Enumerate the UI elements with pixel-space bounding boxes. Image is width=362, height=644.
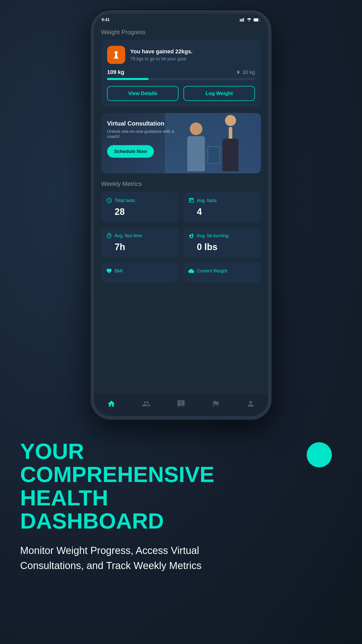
- clipboard: [207, 146, 220, 164]
- metric-current-weight: Current Weight: [183, 262, 261, 283]
- clock-icon: [106, 197, 112, 204]
- total-fasts-label: Total fasts: [115, 198, 135, 203]
- avg-fast-time-value: 7h: [115, 242, 174, 252]
- consultation-banner: Virtual Consultation Unlock one-on-one g…: [101, 113, 261, 173]
- metric-avg-fat-burning: Avg. fat burning 0 lbs: [183, 227, 261, 258]
- total-fasts-value: 28: [115, 207, 174, 217]
- schedule-now-button[interactable]: Schedule Now: [107, 145, 154, 158]
- people-icon: [142, 399, 151, 408]
- gain-message: You have gained 22kgs.: [130, 48, 193, 55]
- svg-rect-2: [242, 19, 243, 22]
- progress-fill: [107, 78, 149, 80]
- svg-point-4: [249, 20, 250, 21]
- teal-dot-decoration: [307, 442, 332, 467]
- weight-header: You have gained 22kgs. 79 kgs to go to h…: [107, 46, 255, 64]
- consultation-subtitle: Unlock one-on-one guidance with a coach!: [107, 129, 183, 139]
- avg-fast-time-label: Avg. fast time: [115, 233, 142, 238]
- svg-rect-3: [243, 18, 244, 22]
- ponytail: [229, 127, 232, 140]
- bottom-nav: [94, 393, 268, 416]
- screen-content: Weight Progress You have gained 22kgs. 7…: [94, 26, 268, 393]
- consultation-title: Virtual Consultation: [107, 120, 183, 127]
- current-weight-label: Current Weight: [197, 268, 227, 274]
- metrics-grid: Total fasts 28 Avg. fasts 4: [101, 192, 261, 283]
- goal-message: 79 kgs to go to hit your goal.: [130, 56, 193, 62]
- svg-rect-6: [254, 19, 258, 21]
- status-bar: 9:41: [94, 14, 268, 26]
- nav-profile[interactable]: [241, 397, 260, 410]
- nav-chat[interactable]: [172, 397, 190, 410]
- flame-icon: [188, 233, 194, 239]
- avg-fasts-label: Avg. fasts: [197, 198, 217, 203]
- phone-screen: 9:41 Weight Progress: [94, 14, 268, 416]
- bottom-text-section: YOUR COMPREHENSIVE HEALTH DASHBOARD Moni…: [0, 420, 362, 593]
- scale-icon: [107, 46, 125, 64]
- page-wrapper: 9:41 Weight Progress: [0, 0, 362, 593]
- timer-icon: [106, 233, 112, 239]
- metric-label: Total fasts: [106, 197, 174, 204]
- weight-progress-card: You have gained 22kgs. 79 kgs to go to h…: [101, 40, 261, 107]
- avg-fat-burning-label: Avg. fat burning: [197, 233, 229, 238]
- people-silhouette: [185, 113, 241, 173]
- cloud-icon: [188, 268, 194, 274]
- goal-weight-label: 30 kg: [237, 69, 255, 75]
- metric-label: Avg. fast time: [106, 233, 174, 239]
- nav-community[interactable]: [137, 397, 156, 410]
- profile-icon: [246, 399, 255, 408]
- progress-bar: [107, 78, 255, 80]
- metric-label: Avg. fasts: [188, 197, 256, 204]
- weekly-metrics-title: Weekly Metrics: [101, 180, 261, 187]
- weight-text-info: You have gained 22kgs. 79 kgs to go to h…: [130, 48, 193, 62]
- bmi-label: BMI: [115, 268, 123, 274]
- person-female: [222, 115, 239, 171]
- metric-avg-fast-time: Avg. fast time 7h: [101, 227, 179, 258]
- heart-icon: [106, 268, 112, 274]
- calendar-icon: [188, 197, 194, 204]
- chat-icon: [177, 399, 185, 408]
- consultation-content: Virtual Consultation Unlock one-on-one g…: [101, 113, 189, 165]
- headline: YOUR COMPREHENSIVE HEALTH DASHBOARD: [20, 440, 234, 533]
- person-male: [187, 123, 205, 171]
- metric-label: Current Weight: [188, 268, 256, 274]
- metric-avg-fasts: Avg. fasts 4: [183, 192, 261, 223]
- avg-fat-burning-value: 0 lbs: [197, 242, 256, 252]
- weight-bar-row: 109 kg 30 kg: [107, 69, 255, 75]
- current-weight-label: 109 kg: [107, 69, 124, 75]
- headline-line2: HEALTH DASHBOARD: [20, 485, 164, 533]
- metric-label: BMI: [106, 268, 174, 274]
- metric-bmi: BMI: [101, 262, 179, 283]
- nav-goals[interactable]: [206, 397, 225, 410]
- home-icon: [107, 399, 116, 408]
- status-icons: [240, 18, 260, 22]
- subheadline: Monitor Weight Progress, Access Virtual …: [20, 543, 211, 573]
- avg-fasts-value: 4: [197, 207, 256, 217]
- svg-rect-1: [241, 19, 242, 22]
- nav-home[interactable]: [102, 397, 121, 410]
- headline-line1: YOUR COMPREHENSIVE: [20, 439, 214, 487]
- weight-buttons: View Details Log Weight: [107, 86, 255, 101]
- metric-label: Avg. fat burning: [188, 233, 256, 239]
- metric-total-fasts: Total fasts 28: [101, 192, 179, 223]
- time-display: 9:41: [102, 18, 110, 22]
- view-details-button[interactable]: View Details: [107, 86, 178, 101]
- phone-mockup: 9:41 Weight Progress: [90, 10, 272, 420]
- weight-progress-title: Weight Progress: [101, 29, 261, 36]
- log-weight-button[interactable]: Log Weight: [184, 86, 255, 101]
- flag-icon: [211, 399, 220, 408]
- svg-rect-0: [240, 19, 241, 22]
